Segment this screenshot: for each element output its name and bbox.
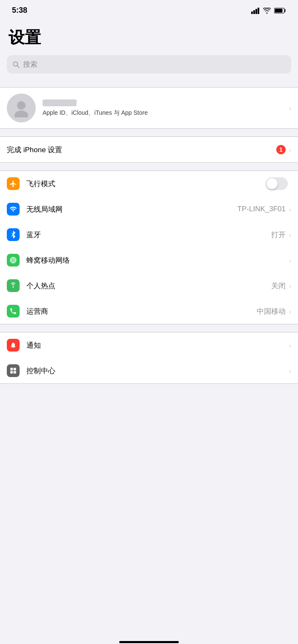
- status-bar: 5:38: [0, 0, 298, 18]
- airplane-mode-item[interactable]: 飞行模式: [0, 171, 298, 196]
- control-center-item[interactable]: 控制中心 ›: [0, 358, 298, 383]
- hotspot-chevron: ›: [289, 282, 291, 289]
- wifi-item[interactable]: 无线局域网 TP-LINK_3F01 ›: [0, 196, 298, 222]
- carrier-icon: [7, 305, 20, 318]
- bottom-bar: [0, 641, 298, 644]
- cellular-label: 蜂窝移动网络: [26, 255, 289, 265]
- bluetooth-item[interactable]: 蓝牙 打开 ›: [0, 222, 298, 247]
- wifi-label: 无线局域网: [26, 204, 238, 214]
- profile-name-blurred: [43, 99, 77, 106]
- settings-title-section: 设置: [0, 18, 298, 53]
- setup-badge: 1: [276, 145, 286, 154]
- svg-rect-21: [10, 371, 13, 374]
- svg-line-11: [12, 235, 13, 236]
- notification-label: 通知: [26, 340, 289, 350]
- svg-line-7: [17, 65, 20, 68]
- cellular-icon: [7, 254, 20, 267]
- control-center-icon: [7, 364, 20, 377]
- svg-rect-2: [255, 9, 257, 14]
- svg-rect-0: [251, 11, 253, 14]
- airplane-icon: [7, 177, 20, 190]
- svg-point-8: [17, 101, 26, 110]
- airplane-label: 飞行模式: [26, 179, 266, 189]
- bluetooth-icon: [7, 228, 20, 241]
- profile-chevron: ›: [289, 105, 291, 112]
- bottom-padding: [0, 384, 298, 409]
- wifi-value: TP-LINK_3F01: [238, 205, 286, 213]
- status-time: 5:38: [12, 6, 27, 15]
- hotspot-value: 关闭: [271, 281, 286, 291]
- avatar-icon: [12, 99, 31, 117]
- search-bar[interactable]: 搜索: [7, 55, 291, 74]
- svg-point-9: [14, 111, 28, 117]
- cellular-chevron: ›: [289, 257, 291, 264]
- search-placeholder: 搜索: [23, 60, 37, 69]
- wifi-chevron: ›: [289, 206, 291, 213]
- bluetooth-label: 蓝牙: [26, 230, 271, 240]
- profile-avatar: [7, 94, 36, 122]
- notification-icon: [7, 339, 20, 352]
- hotspot-icon: [7, 279, 20, 292]
- svg-rect-20: [14, 368, 16, 370]
- setup-section: 完成 iPhone 设置 1 ›: [0, 136, 298, 163]
- status-icons: [251, 7, 286, 14]
- carrier-chevron: ›: [289, 308, 291, 315]
- control-center-chevron: ›: [289, 367, 291, 374]
- bluetooth-value: 打开: [271, 230, 286, 240]
- carrier-item[interactable]: 运营商 中国移动 ›: [0, 298, 298, 324]
- airplane-toggle[interactable]: [266, 177, 288, 190]
- svg-rect-5: [275, 9, 283, 12]
- notification-chevron: ›: [289, 342, 291, 349]
- svg-rect-3: [258, 8, 259, 14]
- setup-chevron: ›: [289, 146, 291, 153]
- search-container: 搜索: [0, 53, 298, 79]
- wifi-status-icon: [263, 8, 271, 14]
- battery-icon: [274, 8, 286, 14]
- cellular-item[interactable]: 蜂窝移动网络 ›: [0, 247, 298, 273]
- section-gap-2: [0, 129, 298, 136]
- bluetooth-chevron: ›: [289, 231, 291, 238]
- home-indicator: [119, 641, 179, 643]
- profile-row[interactable]: Apple ID、iCloud、iTunes 与 App Store ›: [0, 88, 298, 128]
- svg-point-14: [13, 260, 14, 261]
- setup-label: 完成 iPhone 设置: [7, 145, 276, 155]
- svg-rect-1: [253, 10, 255, 14]
- signal-icon: [251, 7, 260, 14]
- section-gap-4: [0, 324, 298, 332]
- carrier-label: 运营商: [26, 306, 257, 316]
- hotspot-item[interactable]: 个人热点 关闭 ›: [0, 273, 298, 298]
- system-section: 通知 › 控制中心 ›: [0, 332, 298, 384]
- network-section: 飞行模式 无线局域网 TP-LINK_3F01 › 蓝牙 打开 ›: [0, 170, 298, 324]
- section-gap-1: [0, 79, 298, 87]
- section-gap-3: [0, 163, 298, 170]
- search-icon: [13, 61, 20, 68]
- setup-item[interactable]: 完成 iPhone 设置 1 ›: [0, 137, 298, 162]
- profile-subtitle: Apple ID、iCloud、iTunes 与 App Store: [43, 109, 148, 116]
- carrier-value: 中国移动: [257, 306, 286, 316]
- control-center-label: 控制中心: [26, 366, 289, 376]
- svg-rect-19: [10, 368, 13, 370]
- wifi-icon: [7, 203, 20, 216]
- hotspot-label: 个人热点: [26, 281, 271, 291]
- profile-section: Apple ID、iCloud、iTunes 与 App Store ›: [0, 87, 298, 129]
- page-title: 设置: [9, 27, 289, 48]
- profile-info: Apple ID、iCloud、iTunes 与 App Store: [43, 99, 289, 117]
- svg-line-10: [12, 233, 13, 235]
- notification-item[interactable]: 通知 ›: [0, 332, 298, 358]
- svg-rect-22: [14, 371, 16, 374]
